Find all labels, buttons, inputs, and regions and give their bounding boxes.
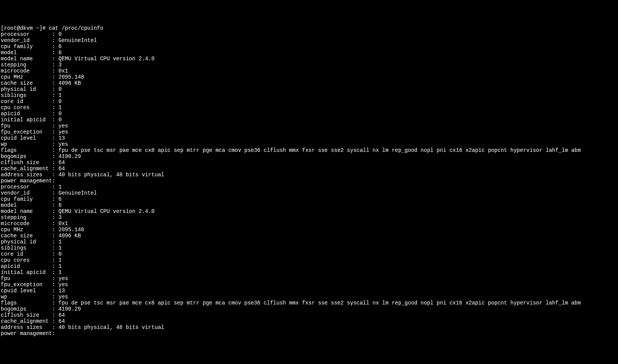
cpuinfo-field: cpuid level : 13 bbox=[1, 288, 617, 294]
cpuinfo-field: cpuid level : 13 bbox=[1, 135, 617, 141]
cpuinfo-field: model name : QEMU Virtual CPU version 2.… bbox=[1, 56, 617, 62]
cpuinfo-field: siblings : 1 bbox=[1, 245, 617, 251]
cpuinfo-field: fpu_exception : yes bbox=[1, 129, 617, 135]
cpuinfo-field: bogomips : 4190.29 bbox=[1, 153, 617, 159]
cpuinfo-field: vendor_id : GenuineIntel bbox=[1, 190, 617, 196]
cpuinfo-field: power management: bbox=[1, 178, 617, 184]
cpuinfo-field: apicid : 0 bbox=[1, 111, 617, 117]
cpuinfo-field: physical id : 1 bbox=[1, 239, 617, 245]
cpuinfo-field: processor : 1 bbox=[1, 184, 617, 190]
cpuinfo-field: cpu family : 6 bbox=[1, 43, 617, 50]
cpuinfo-field: model : 6 bbox=[1, 202, 617, 208]
cpuinfo-field: cpu MHz : 2095.148 bbox=[1, 74, 617, 80]
cpuinfo-field: apicid : 1 bbox=[1, 263, 617, 269]
cpuinfo-field: initial apicid : 1 bbox=[1, 269, 617, 275]
cpuinfo-field: clflush size : 64 bbox=[1, 159, 617, 166]
cpuinfo-field: wp : yes bbox=[1, 294, 617, 300]
cpuinfo-field: cache size : 4096 KB bbox=[1, 80, 617, 86]
cpuinfo-field: model : 6 bbox=[1, 50, 617, 56]
cpuinfo-field: processor : 0 bbox=[1, 31, 617, 37]
shell-prompt: [root@dkvm ~]# bbox=[1, 25, 49, 31]
cpuinfo-field: stepping : 3 bbox=[1, 214, 617, 221]
cpuinfo-field: cache_alignment : 64 bbox=[1, 166, 617, 172]
cpuinfo-field: siblings : 1 bbox=[1, 92, 617, 98]
cpuinfo-field: wp : yes bbox=[1, 141, 617, 147]
cpuinfo-field: model name : QEMU Virtual CPU version 2.… bbox=[1, 208, 617, 214]
cpuinfo-field: cpu cores : 1 bbox=[1, 257, 617, 263]
cpuinfo-field: cpu MHz : 2095.148 bbox=[1, 227, 617, 233]
cpuinfo-field: cpu family : 6 bbox=[1, 196, 617, 202]
cpuinfo-field: flags : fpu de pse tsc msr pae mce cx8 a… bbox=[1, 300, 617, 306]
cpuinfo-field: initial apicid : 0 bbox=[1, 117, 617, 123]
cpuinfo-field: cache_alignment : 64 bbox=[1, 318, 617, 324]
cpuinfo-field: cpu cores : 1 bbox=[1, 105, 617, 111]
cpuinfo-field: fpu : yes bbox=[1, 123, 617, 129]
cpuinfo-field: core id : 0 bbox=[1, 98, 617, 105]
command-line[interactable]: [root@dkvm ~]# cat /proc/cpuinfo bbox=[1, 25, 617, 31]
cpuinfo-field: cache size : 4096 KB bbox=[1, 233, 617, 239]
cpuinfo-field: address sizes : 40 bits physical, 48 bit… bbox=[1, 324, 617, 330]
cpuinfo-field: microcode : 0x1 bbox=[1, 68, 617, 74]
cpuinfo-field: vendor_id : GenuineIntel bbox=[1, 37, 617, 43]
cpuinfo-field: core id : 0 bbox=[1, 251, 617, 257]
cpuinfo-field: fpu_exception : yes bbox=[1, 282, 617, 288]
cpuinfo-field: fpu : yes bbox=[1, 275, 617, 282]
command-text: cat /proc/cpuinfo bbox=[49, 25, 103, 31]
terminal-output[interactable]: [root@dkvm ~]# cat /proc/cpuinfoprocesso… bbox=[0, 24, 618, 337]
cpuinfo-field: microcode : 0x1 bbox=[1, 221, 617, 227]
cpuinfo-field: bogomips : 4190.29 bbox=[1, 306, 617, 312]
cpuinfo-field: stepping : 3 bbox=[1, 62, 617, 68]
cpuinfo-field: address sizes : 40 bits physical, 48 bit… bbox=[1, 172, 617, 178]
cpuinfo-field: power management: bbox=[1, 330, 617, 337]
cpuinfo-field: clflush size : 64 bbox=[1, 312, 617, 318]
cpuinfo-field: flags : fpu de pse tsc msr pae mce cx8 a… bbox=[1, 147, 617, 153]
cpuinfo-field: physical id : 0 bbox=[1, 86, 617, 92]
